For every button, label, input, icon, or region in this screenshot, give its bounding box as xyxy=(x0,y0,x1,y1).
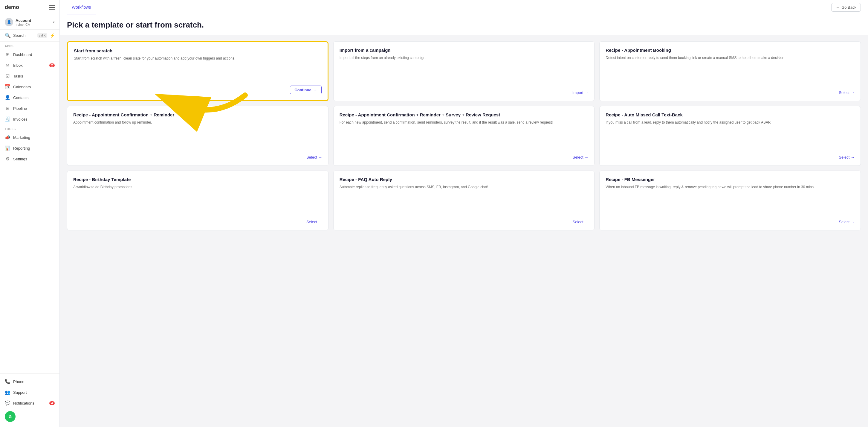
sidebar-item-dashboard[interactable]: ⊞ Dashboard xyxy=(0,49,60,60)
sidebar-header: demo xyxy=(0,0,60,15)
card-title: Recipe - Birthday Template xyxy=(73,177,322,182)
phone-icon: 📞 xyxy=(5,379,10,384)
template-card-start-scratch[interactable]: Start from scratch Start from scratch wi… xyxy=(67,41,329,101)
inbox-icon: ✉ xyxy=(5,62,10,68)
select-link[interactable]: Select → xyxy=(306,220,322,224)
sidebar-item-label: Support xyxy=(13,390,55,395)
template-card-auto-missed-call[interactable]: Recipe - Auto Missed Call Text-Back If y… xyxy=(599,106,861,166)
support-icon: 👥 xyxy=(5,390,10,395)
card-action: Select → xyxy=(606,90,855,95)
template-grid: Start from scratch Start from scratch wi… xyxy=(60,35,868,236)
card-action: Select → xyxy=(73,155,322,160)
select-link[interactable]: Select → xyxy=(573,220,589,224)
sidebar-item-label: Dashboard xyxy=(13,52,55,57)
sidebar-item-label: Settings xyxy=(13,157,55,161)
hamburger-menu[interactable] xyxy=(49,5,55,9)
template-card-appointment-booking[interactable]: Recipe - Appointment Booking Detect inte… xyxy=(599,41,861,101)
calendars-icon: 📅 xyxy=(5,84,10,89)
card-description: A workflow to do Birthday promotions xyxy=(73,184,322,215)
sidebar-item-pipeline[interactable]: ⊟ Pipeline xyxy=(0,103,60,114)
search-bar[interactable]: 🔍 Search ctrl K ⚡ xyxy=(0,30,60,41)
template-grid-wrapper: Start from scratch Start from scratch wi… xyxy=(60,35,868,427)
card-description: Import all the steps from an already exi… xyxy=(340,55,589,86)
sidebar-item-support[interactable]: 👥 Support xyxy=(0,387,60,398)
template-card-import-campaign[interactable]: Import from a campaign Import all the st… xyxy=(333,41,595,101)
sidebar-item-label: Pipeline xyxy=(13,106,55,111)
select-link[interactable]: Select → xyxy=(839,220,855,224)
card-description: Detect intent on customer reply to send … xyxy=(606,55,855,86)
card-title: Recipe - Appointment Booking xyxy=(606,48,855,53)
arrow-left-icon: ← xyxy=(836,5,840,9)
card-action: Select → xyxy=(606,220,855,224)
go-back-button[interactable]: ← Go Back xyxy=(831,3,861,12)
app-logo: demo xyxy=(5,4,19,10)
sidebar-item-label: Contacts xyxy=(13,95,55,100)
template-card-birthday[interactable]: Recipe - Birthday Template A workflow to… xyxy=(67,171,329,230)
select-link[interactable]: Select → xyxy=(573,155,589,160)
sidebar-item-label: Invoices xyxy=(13,117,55,121)
card-action: Select → xyxy=(606,155,855,160)
card-description: Automate replies to frequently asked que… xyxy=(340,184,589,215)
select-link[interactable]: Select → xyxy=(839,155,855,160)
apps-section-label: Apps xyxy=(0,41,60,49)
card-title: Recipe - Appointment Confirmation + Remi… xyxy=(73,112,322,117)
sidebar-item-label: Marketing xyxy=(13,135,55,140)
sidebar-item-tasks[interactable]: ☑ Tasks xyxy=(0,70,60,81)
template-card-appt-conf-reminder-survey[interactable]: Recipe - Appointment Confirmation + Remi… xyxy=(333,106,595,166)
arrow-right-icon: → xyxy=(313,88,317,92)
inbox-badge: 2 xyxy=(49,63,55,67)
sidebar-item-reporting[interactable]: 📊 Reporting xyxy=(0,143,60,153)
tasks-icon: ☑ xyxy=(5,73,10,79)
profile-avatar: G xyxy=(5,411,16,422)
sidebar-item-inbox[interactable]: ✉ Inbox 2 xyxy=(0,60,60,70)
sidebar-item-label: Tasks xyxy=(13,74,55,78)
sidebar-item-settings[interactable]: ⚙ Settings xyxy=(0,153,60,164)
select-link[interactable]: Select → xyxy=(306,155,322,160)
select-link[interactable]: Select → xyxy=(839,90,855,95)
account-name: Account xyxy=(16,18,51,23)
settings-icon: ⚙ xyxy=(5,156,10,162)
sidebar-item-profile[interactable]: G xyxy=(0,408,60,425)
sidebar-item-label: Calendars xyxy=(13,85,55,89)
tab-workflows[interactable]: Workflows xyxy=(67,1,96,15)
page-header: Pick a template or start from scratch. xyxy=(60,15,868,35)
card-title: Recipe - FB Messenger xyxy=(606,177,855,182)
continue-label: Continue xyxy=(294,88,311,92)
tools-section-label: Tools xyxy=(0,124,60,132)
sidebar-item-contacts[interactable]: 👤 Contacts xyxy=(0,92,60,103)
invoices-icon: 🧾 xyxy=(5,116,10,122)
nav-tabs: Workflows xyxy=(67,1,96,15)
sidebar-item-notifications[interactable]: 💬 Notifications 4 xyxy=(0,398,60,408)
template-card-appt-conf-reminder[interactable]: Recipe - Appointment Confirmation + Remi… xyxy=(67,106,329,166)
card-description: If you miss a call from a lead, reply to… xyxy=(606,120,855,150)
sidebar-item-label: Reporting xyxy=(13,146,55,150)
account-selector[interactable]: 👤 Account Irvine, CA ▾ xyxy=(0,15,60,30)
import-link[interactable]: Import → xyxy=(572,90,588,95)
chevron-down-icon: ▾ xyxy=(53,20,55,24)
continue-button[interactable]: Continue → xyxy=(290,86,321,94)
card-description: Appointment confirmation and follow up r… xyxy=(73,120,322,150)
contacts-icon: 👤 xyxy=(5,95,10,100)
sidebar-item-invoices[interactable]: 🧾 Invoices xyxy=(0,114,60,124)
sidebar-item-label: Notifications xyxy=(13,401,46,405)
sidebar-item-label: Inbox xyxy=(13,63,46,68)
card-action: Select → xyxy=(73,220,322,224)
lightning-icon: ⚡ xyxy=(50,33,55,38)
template-card-faq-auto-reply[interactable]: Recipe - FAQ Auto Reply Automate replies… xyxy=(333,171,595,230)
card-title: Import from a campaign xyxy=(340,48,589,53)
avatar: 👤 xyxy=(5,18,13,26)
card-title: Recipe - Appointment Confirmation + Remi… xyxy=(340,112,589,117)
template-card-fb-messenger[interactable]: Recipe - FB Messenger When an inbound FB… xyxy=(599,171,861,230)
top-nav: Workflows ← Go Back xyxy=(60,0,868,15)
sidebar-item-calendars[interactable]: 📅 Calendars xyxy=(0,81,60,92)
search-label: Search xyxy=(13,33,35,38)
card-title: Recipe - FAQ Auto Reply xyxy=(340,177,589,182)
dashboard-icon: ⊞ xyxy=(5,52,10,57)
sidebar-item-phone[interactable]: 📞 Phone xyxy=(0,376,60,387)
card-title: Recipe - Auto Missed Call Text-Back xyxy=(606,112,855,117)
card-action: Select → xyxy=(340,220,589,224)
page-title: Pick a template or start from scratch. xyxy=(67,20,861,30)
sidebar-bottom: 📞 Phone 👥 Support 💬 Notifications 4 G xyxy=(0,373,60,427)
notifications-badge: 4 xyxy=(49,401,55,405)
sidebar-item-marketing[interactable]: 📣 Marketing xyxy=(0,132,60,143)
